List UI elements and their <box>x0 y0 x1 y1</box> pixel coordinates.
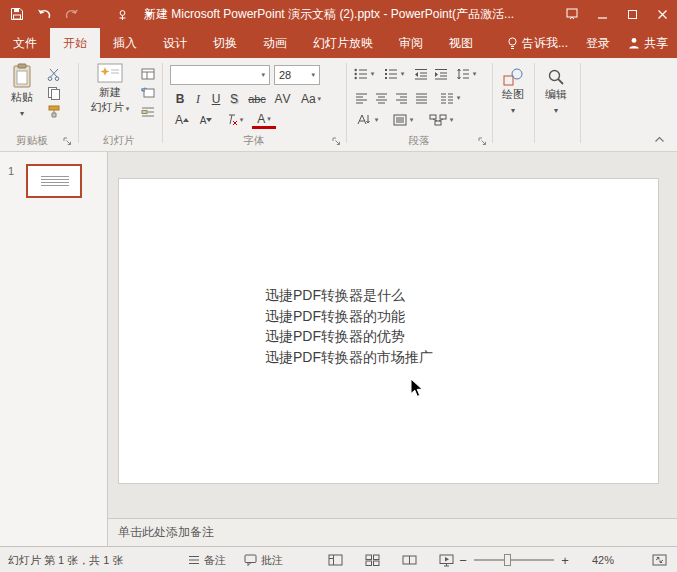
slide-thumbnail[interactable] <box>26 164 82 198</box>
notes-toggle[interactable]: 备注 <box>188 547 226 572</box>
increase-indent-button[interactable] <box>432 65 450 83</box>
paragraph-dialog-launcher-icon[interactable] <box>478 137 488 147</box>
slides-group-label: 幻灯片 <box>80 134 158 148</box>
slide-layout-button[interactable] <box>138 65 158 83</box>
font-dialog-launcher-icon[interactable] <box>332 137 342 147</box>
tab-animations[interactable]: 动画 <box>250 28 300 58</box>
comments-toggle[interactable]: 批注 <box>244 547 283 572</box>
font-name-combo[interactable] <box>170 65 270 85</box>
slide-editor-area[interactable]: 迅捷PDF转换器是什么 迅捷PDF转换器的功能 迅捷PDF转换器的优势 迅捷PD… <box>108 152 677 518</box>
strikethrough-button[interactable]: abc <box>244 90 270 108</box>
fit-slide-to-window-button[interactable] <box>648 547 670 572</box>
line-spacing-button[interactable] <box>454 65 478 83</box>
clipboard-group-label: 剪贴板 <box>0 134 64 148</box>
content-placeholder[interactable]: 迅捷PDF转换器是什么 迅捷PDF转换器的功能 迅捷PDF转换器的优势 迅捷PD… <box>265 285 433 367</box>
normal-view-button[interactable] <box>322 547 348 572</box>
columns-button[interactable] <box>438 89 462 107</box>
drawing-dropdown-icon <box>511 103 515 115</box>
zoom-out-button[interactable]: − <box>456 547 470 572</box>
slide-indicator: 幻灯片 第 1 张，共 1 张 <box>8 547 124 572</box>
minimize-icon[interactable] <box>587 0 617 28</box>
tab-file[interactable]: 文件 <box>0 28 50 58</box>
redo-icon[interactable] <box>62 4 80 24</box>
tab-home[interactable]: 开始 <box>50 28 100 58</box>
zoom-level[interactable]: 42% <box>580 547 614 572</box>
slide-canvas[interactable]: 迅捷PDF转换器是什么 迅捷PDF转换器的功能 迅捷PDF转换器的优势 迅捷PD… <box>118 178 659 484</box>
zoom-slider-thumb[interactable] <box>504 554 511 566</box>
align-right-button[interactable] <box>392 89 410 107</box>
save-icon[interactable] <box>8 4 26 24</box>
paste-dropdown-icon <box>20 106 24 118</box>
new-slide-button[interactable]: 新建 幻灯片 <box>86 63 134 131</box>
reading-view-button[interactable] <box>396 547 422 572</box>
font-group-label: 字体 <box>162 134 346 148</box>
tab-transitions[interactable]: 切换 <box>200 28 250 58</box>
text-direction-button[interactable] <box>352 111 382 129</box>
title-bar: 新建 Microsoft PowerPoint 演示文稿 (2).pptx - … <box>0 0 677 28</box>
slide-sorter-view-button[interactable] <box>359 547 385 572</box>
convert-to-smartart-button[interactable] <box>424 111 458 129</box>
font-size-combo[interactable]: 28 <box>274 65 320 85</box>
reset-slide-button[interactable] <box>138 84 158 102</box>
bullets-button[interactable] <box>352 65 376 83</box>
zoom-slider[interactable] <box>474 559 554 561</box>
cut-button[interactable] <box>44 65 64 83</box>
grow-font-button[interactable]: A <box>172 111 192 129</box>
copy-button[interactable] <box>44 84 64 102</box>
format-painter-button[interactable] <box>44 103 64 121</box>
collapse-ribbon-icon[interactable] <box>650 130 668 148</box>
align-left-button[interactable] <box>352 89 370 107</box>
close-icon[interactable] <box>647 0 677 28</box>
align-center-button[interactable] <box>372 89 390 107</box>
sign-in-button[interactable]: 登录 <box>577 28 619 58</box>
notes-icon <box>188 555 200 565</box>
lightbulb-icon <box>507 37 518 50</box>
touch-mode-icon[interactable] <box>113 4 131 24</box>
underline-button[interactable]: U <box>208 90 224 108</box>
drawing-group-button[interactable]: 绘图 <box>496 64 530 130</box>
numbering-button[interactable] <box>382 65 406 83</box>
tab-slideshow[interactable]: 幻灯片放映 <box>300 28 386 58</box>
shapes-icon <box>503 68 523 86</box>
tab-design[interactable]: 设计 <box>150 28 200 58</box>
clipboard-dialog-launcher-icon[interactable] <box>63 137 73 147</box>
section-button[interactable] <box>138 103 158 121</box>
shrink-font-button[interactable]: A <box>196 111 216 129</box>
grow-font-arrow-icon <box>183 118 189 122</box>
bold-button[interactable]: B <box>172 90 188 108</box>
clear-formatting-button[interactable] <box>222 111 246 129</box>
quick-access-toolbar <box>8 0 158 28</box>
decrease-indent-button[interactable] <box>412 65 430 83</box>
zoom-in-button[interactable]: + <box>558 547 572 572</box>
tab-view[interactable]: 视图 <box>436 28 486 58</box>
slide-thumbnail-panel: 1 <box>0 152 108 546</box>
ribbon-display-options-icon[interactable] <box>557 0 587 28</box>
paste-icon <box>11 63 33 89</box>
maximize-icon[interactable] <box>617 0 647 28</box>
change-case-button[interactable]: Aa <box>298 90 324 108</box>
text-shadow-button[interactable]: S <box>226 90 242 108</box>
slide-number: 1 <box>8 165 14 177</box>
slide-text-line: 迅捷PDF转换器的功能 <box>265 306 433 327</box>
paragraph-group-label: 段落 <box>346 134 492 148</box>
character-spacing-button[interactable]: AV <box>272 90 294 108</box>
status-bar: 幻灯片 第 1 张，共 1 张 备注 批注 − + <box>0 546 677 572</box>
slide-text-line: 迅捷PDF转换器是什么 <box>265 285 433 306</box>
notes-placeholder: 单击此处添加备注 <box>118 524 214 541</box>
editing-group-button[interactable]: 编辑 <box>538 64 574 130</box>
window-controls <box>557 0 677 28</box>
italic-button[interactable]: I <box>190 90 206 108</box>
tab-insert[interactable]: 插入 <box>100 28 150 58</box>
undo-icon[interactable] <box>35 4 53 24</box>
align-text-button[interactable] <box>388 111 418 129</box>
window-title: 新建 Microsoft PowerPoint 演示文稿 (2).pptx - … <box>144 0 514 28</box>
tab-review[interactable]: 审阅 <box>386 28 436 58</box>
justify-button[interactable] <box>412 89 430 107</box>
tell-me-box[interactable]: 告诉我... <box>498 28 577 58</box>
editing-dropdown-icon <box>554 103 558 115</box>
font-color-button[interactable]: A <box>252 111 276 129</box>
notes-pane[interactable]: 单击此处添加备注 <box>108 518 677 546</box>
thumbnail-text-preview <box>41 176 69 187</box>
paste-button[interactable]: 粘贴 <box>4 63 40 131</box>
share-button[interactable]: 共享 <box>619 28 677 58</box>
